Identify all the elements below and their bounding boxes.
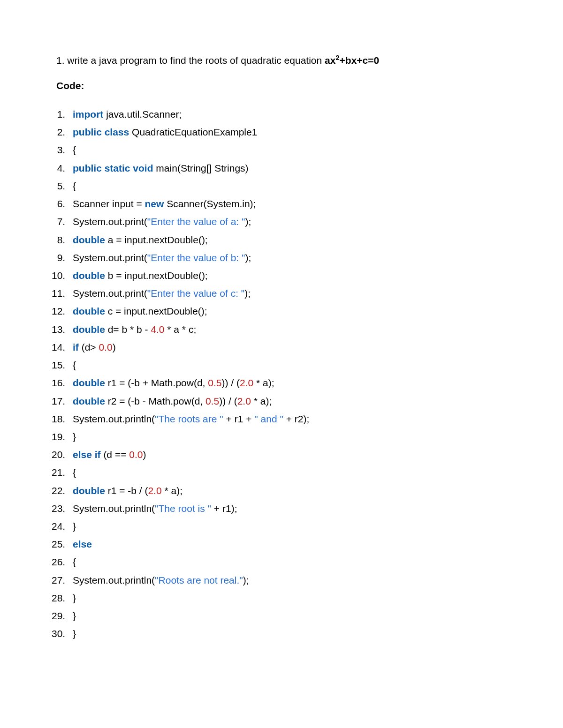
question-prompt: 1. write a java program to find the root… [56,54,521,66]
code-line: } [68,428,521,446]
code-line: } [68,518,521,535]
code-listing: import java.util.Scanner; public class Q… [42,105,521,643]
code-line: double r2 = (-b - Math.pow(d, 0.5)) / (2… [68,392,521,410]
code-line: public static void main(String[] Strings… [68,159,521,177]
code-line: System.out.println("Roots are not real."… [68,571,521,589]
code-line: { [68,177,521,195]
document-page: 1. write a java program to find the root… [0,0,563,690]
code-line: } [68,625,521,643]
code-line: { [68,141,521,159]
code-line: System.out.println("The roots are " + r1… [68,410,521,428]
code-line: public class QuadraticEquationExample1 [68,123,521,141]
code-line: { [68,356,521,374]
code-line: System.out.print("Enter the value of c: … [68,285,521,302]
code-line: if (d> 0.0) [68,338,521,356]
code-line: { [68,464,521,481]
code-line: } [68,607,521,625]
code-line: double a = input.nextDouble(); [68,231,521,249]
prompt-text: write a java program to find the roots o… [67,55,322,66]
code-line: System.out.print("Enter the value of b: … [68,249,521,267]
code-line: { [68,553,521,571]
code-line: Scanner input = new Scanner(System.in); [68,195,521,213]
equation: ax2+bx+c=0 [325,55,379,66]
code-heading: Code: [56,80,521,91]
prompt-number: 1. [56,55,65,66]
code-line: double b = input.nextDouble(); [68,267,521,285]
code-line: else if (d == 0.0) [68,446,521,464]
code-line: System.out.println("The root is " + r1); [68,500,521,518]
code-line: double r1 = -b / (2.0 * a); [68,482,521,500]
code-line: } [68,589,521,607]
code-line: else [68,535,521,553]
code-line: System.out.print("Enter the value of a: … [68,213,521,231]
code-line: double d= b * b - 4.0 * a * c; [68,321,521,338]
code-line: double r1 = (-b + Math.pow(d, 0.5)) / (2… [68,374,521,392]
code-line: double c = input.nextDouble(); [68,302,521,320]
code-line: import java.util.Scanner; [68,105,521,123]
